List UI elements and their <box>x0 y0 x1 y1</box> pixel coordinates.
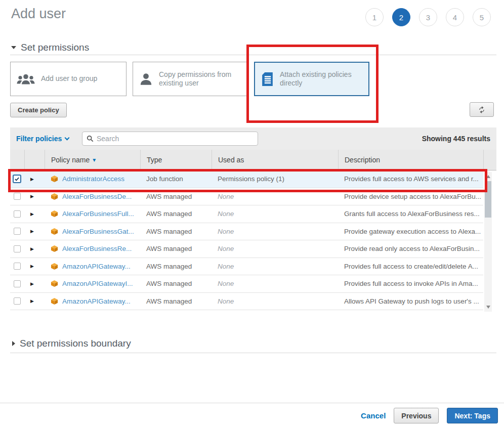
option-attach-existing-policies[interactable]: Attach existing policies directly <box>254 62 369 96</box>
policy-name-cell[interactable]: AmazonAPIGateway... <box>45 263 140 270</box>
policy-name-cell[interactable]: AmazonAPIGateway... <box>45 297 140 305</box>
search-input[interactable] <box>97 135 254 143</box>
section-boundary-label: Set permissions boundary <box>20 338 131 349</box>
policy-name-cell[interactable]: AlexaForBusinessRe... <box>45 245 140 252</box>
row-expand-cell[interactable]: ▶ <box>24 246 45 251</box>
row-checkbox-cell <box>10 280 24 287</box>
expand-arrow-icon: ▶ <box>30 211 34 217</box>
policy-used-as-cell: None <box>212 193 338 200</box>
header-used-as: Used as <box>212 150 338 170</box>
previous-button[interactable]: Previous <box>394 408 439 423</box>
policy-type-cell: AWS managed <box>140 210 212 218</box>
table-scrollbar[interactable] <box>484 172 492 312</box>
policy-used-as-cell: None <box>212 228 338 235</box>
policy-cube-icon <box>51 193 58 200</box>
policy-description-cell: Provides full access to invoke APIs in A… <box>338 280 483 287</box>
option-add-user-to-group[interactable]: Add user to group <box>10 62 127 96</box>
policy-name-cell[interactable]: AmazonAPIGatewayI... <box>45 280 140 287</box>
option-add-user-to-group-label: Add user to group <box>41 74 97 83</box>
policy-name-link[interactable]: AlexaForBusinessFull... <box>62 210 134 218</box>
scroll-down-icon[interactable] <box>484 304 492 311</box>
table-row[interactable]: ▶ AlexaForBusinessDe... AWS managed None… <box>10 188 483 206</box>
policy-name-link[interactable]: AlexaForBusinessRe... <box>62 245 132 252</box>
policy-type-cell: AWS managed <box>140 228 212 235</box>
scrollbar-thumb[interactable] <box>485 181 491 218</box>
policy-name-link[interactable]: AmazonAPIGatewayI... <box>62 280 133 287</box>
expand-arrow-icon: ▶ <box>30 229 34 234</box>
step-2-active: 2 <box>392 8 410 26</box>
policy-description-cell: Allows API Gateway to push logs to user'… <box>338 297 483 305</box>
search-box[interactable] <box>82 132 258 146</box>
row-expand-cell[interactable]: ▶ <box>24 264 45 269</box>
header-gutter <box>483 150 496 170</box>
create-policy-button[interactable]: Create policy <box>10 103 67 117</box>
row-expand-cell[interactable]: ▶ <box>24 229 45 234</box>
step-5: 5 <box>473 8 491 26</box>
row-expand-cell[interactable]: ▶ <box>24 177 45 182</box>
policy-name-link[interactable]: AdministratorAccess <box>62 175 124 183</box>
checkbox-unchecked[interactable] <box>14 297 21 305</box>
policy-name-link[interactable]: AmazonAPIGateway... <box>62 297 131 305</box>
policy-name-cell[interactable]: AlexaForBusinessFull... <box>45 210 140 218</box>
header-checkbox-column <box>10 150 24 170</box>
header-policy-name[interactable]: Policy name ▾ <box>45 150 140 170</box>
row-checkbox-cell <box>10 193 24 200</box>
checkbox-unchecked[interactable] <box>14 193 21 200</box>
filter-policies-dropdown[interactable]: Filter policies <box>16 135 69 143</box>
refresh-button[interactable] <box>470 102 494 117</box>
policy-name-link[interactable]: AlexaForBusinessGat... <box>62 228 134 235</box>
policy-cube-icon <box>51 228 58 235</box>
results-count: Showing 445 results <box>422 135 490 143</box>
section-set-permissions[interactable]: Set permissions <box>11 42 89 53</box>
policy-cube-icon <box>51 245 58 252</box>
row-expand-cell[interactable]: ▶ <box>24 281 45 286</box>
next-tags-button[interactable]: Next: Tags <box>447 408 498 423</box>
scroll-up-icon[interactable] <box>484 173 492 180</box>
section-set-permissions-label: Set permissions <box>21 42 89 53</box>
policy-name-link[interactable]: AmazonAPIGateway... <box>62 263 131 270</box>
step-4: 4 <box>446 8 464 26</box>
policy-name-link[interactable]: AlexaForBusinessDe... <box>62 193 132 200</box>
policy-description-cell: Provide gateway execution access to Alex… <box>338 228 483 235</box>
policy-name-cell[interactable]: AlexaForBusinessGat... <box>45 228 140 235</box>
add-user-page: Add user 1 2 3 4 5 Set permissions Add u… <box>0 0 504 427</box>
footer-actions: Cancel Previous Next: Tags <box>361 408 498 423</box>
policy-description-cell: Grants full access to AlexaForBusiness r… <box>338 210 483 218</box>
footer-divider <box>0 403 504 403</box>
chevron-down-icon <box>65 135 70 140</box>
cancel-link[interactable]: Cancel <box>361 411 386 420</box>
policy-description-cell: Provide read only access to AlexaForBusi… <box>338 245 483 252</box>
checkbox-unchecked[interactable] <box>14 210 21 218</box>
checkbox-unchecked[interactable] <box>14 245 21 252</box>
row-checkbox-cell <box>10 297 24 305</box>
row-checkbox-cell <box>10 245 24 252</box>
expand-arrow-icon: ▶ <box>30 281 34 286</box>
table-row[interactable]: ▶ AlexaForBusinessFull... AWS managed No… <box>10 205 483 223</box>
checkbox-unchecked[interactable] <box>14 228 21 235</box>
document-icon <box>261 72 274 87</box>
table-row[interactable]: ▶ AlexaForBusinessRe... AWS managed None… <box>10 240 483 258</box>
checkbox-checked[interactable] <box>13 175 21 183</box>
table-row-administratoraccess[interactable]: ▶ AdministratorAccess Job function Permi… <box>10 170 483 188</box>
table-header: Policy name ▾ Type Used as Description <box>10 150 496 170</box>
table-row[interactable]: ▶ AmazonAPIGatewayI... AWS managed None … <box>10 275 483 293</box>
row-checkbox-cell <box>10 210 24 218</box>
table-row[interactable]: ▶ AmazonAPIGateway... AWS managed None P… <box>10 258 483 276</box>
collapse-triangle-icon <box>11 46 16 49</box>
option-copy-permissions[interactable]: Copy permissions from existing user <box>133 62 249 96</box>
checkbox-unchecked[interactable] <box>14 263 21 270</box>
policy-used-as-cell: None <box>212 297 338 305</box>
header-type: Type <box>140 150 212 170</box>
section-set-permissions-boundary[interactable]: Set permissions boundary <box>12 338 131 349</box>
policy-type-cell: AWS managed <box>140 280 212 287</box>
policy-name-cell[interactable]: AlexaForBusinessDe... <box>45 193 140 200</box>
row-expand-cell[interactable]: ▶ <box>24 211 45 217</box>
table-row[interactable]: ▶ AlexaForBusinessGat... AWS managed Non… <box>10 223 483 241</box>
row-expand-cell[interactable]: ▶ <box>24 298 45 304</box>
table-row[interactable]: ▶ AmazonAPIGateway... AWS managed None A… <box>10 293 483 311</box>
policy-type-cell: AWS managed <box>140 263 212 270</box>
row-checkbox-cell <box>10 263 24 270</box>
row-expand-cell[interactable]: ▶ <box>24 194 45 199</box>
checkbox-unchecked[interactable] <box>14 280 21 287</box>
policy-name-cell[interactable]: AdministratorAccess <box>45 175 140 183</box>
